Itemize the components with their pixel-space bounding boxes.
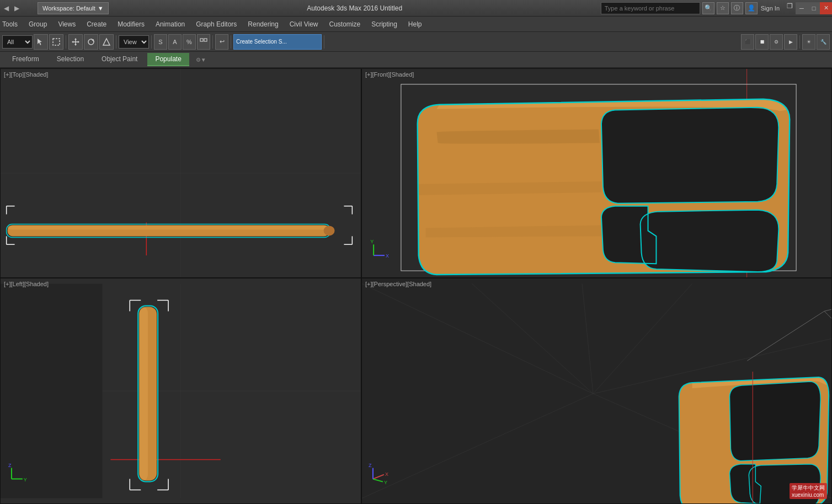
select-object-btn[interactable]	[34, 34, 48, 50]
viewport-front-label: [+][Front][Shaded]	[365, 71, 414, 78]
main-toolbar: All View S A % ↩ Create Selection S...	[0, 32, 832, 52]
ribbon-options-btn[interactable]: ⚙▼	[194, 52, 209, 67]
workspace-button[interactable]: Workspace: Default ▼	[38, 2, 109, 14]
spinner-snap-btn[interactable]	[197, 34, 210, 50]
svg-marker-6	[72, 41, 73, 43]
menu-customize[interactable]: Customize	[323, 17, 366, 32]
search-input[interactable]	[601, 2, 700, 14]
view-dropdown[interactable]: View	[119, 35, 149, 49]
tools-btn-2[interactable]: 🔧	[817, 34, 830, 50]
viewport-left[interactable]: [+][Left][Shaded]	[0, 278, 361, 504]
svg-text:Z: Z	[369, 463, 372, 468]
layer-btn[interactable]: ⬛	[741, 34, 754, 50]
viewport-top-canvas	[1, 69, 361, 277]
filter-dropdown[interactable]: All	[2, 35, 33, 49]
move-btn[interactable]	[68, 34, 83, 50]
viewport-left-label: [+][Left][Shaded]	[4, 281, 49, 287]
expand-btn[interactable]: ❐	[784, 2, 796, 14]
menu-help[interactable]: Help	[403, 17, 428, 32]
svg-marker-0	[38, 39, 42, 45]
ribbon-toolbar: Freeform Selection Object Paint Populate…	[0, 52, 832, 68]
nav-back-btn[interactable]: ◀	[2, 4, 10, 12]
ribbon-tab-selection[interactable]: Selection	[49, 53, 92, 66]
titlebar: ◀ ▶ Workspace: Default ▼ Autodesk 3ds Ma…	[0, 0, 832, 17]
toolbar-separator-4	[212, 35, 213, 49]
menu-tools[interactable]: Tools	[0, 17, 23, 32]
svg-marker-7	[78, 41, 79, 43]
render-btn[interactable]: ▶	[784, 34, 797, 50]
viewport-top-label: [+][Top][Shaded]	[4, 71, 48, 78]
select-region-btn[interactable]	[49, 34, 63, 50]
toolbar-separator-7	[799, 35, 800, 49]
ribbon-tab-populate[interactable]: Populate	[147, 53, 189, 66]
svg-text:X: X	[386, 253, 389, 259]
svg-point-19	[324, 226, 335, 235]
maximize-button[interactable]: □	[808, 2, 820, 14]
svg-rect-12	[204, 39, 207, 41]
menu-civil-view[interactable]: Civil View	[284, 17, 324, 32]
menubar: Tools Group Views Create Modifiers Anima…	[0, 17, 832, 32]
toolbar-separator-5	[231, 35, 231, 49]
workspace-label: Workspace: Default	[42, 5, 95, 12]
viewport-container: [+][Top][Shaded]	[0, 68, 832, 504]
nav-fwd-btn[interactable]: ▶	[13, 4, 21, 12]
search-area: 🔍 ☆ ⓘ 👤 Sign In	[601, 2, 780, 14]
svg-marker-5	[74, 44, 77, 46]
scale-btn[interactable]	[99, 34, 114, 50]
svg-marker-4	[74, 38, 77, 40]
named-selection-btn[interactable]: Create Selection S...	[233, 34, 322, 50]
sun-btn[interactable]: ☀	[802, 34, 815, 50]
toolbar-separator-2	[116, 35, 116, 49]
svg-text:X: X	[385, 471, 388, 477]
menu-group[interactable]: Group	[23, 17, 52, 32]
svg-rect-38	[1, 284, 102, 498]
percent-snap-btn[interactable]: %	[183, 34, 196, 50]
viewport-left-canvas: Y Z	[1, 278, 361, 503]
app-title: Autodesk 3ds Max 2016 Untitled	[109, 4, 601, 12]
close-button[interactable]: ✕	[820, 2, 832, 14]
svg-marker-10	[103, 39, 110, 45]
svg-rect-1	[53, 39, 60, 45]
viewport-perspective-canvas: X Y Z	[362, 278, 831, 503]
bookmark-button[interactable]: ☆	[717, 2, 729, 14]
menu-views[interactable]: Views	[52, 17, 81, 32]
svg-text:Y: Y	[24, 476, 27, 482]
watermark: 学犀牛中文网xuexiniu.com	[790, 483, 827, 499]
svg-rect-18	[8, 226, 329, 230]
sign-in-label[interactable]: Sign In	[761, 5, 780, 12]
viewport-perspective-label: [+][Perspective][Shaded]	[365, 281, 431, 287]
snap-toggle-btn[interactable]: S	[154, 34, 167, 50]
menu-modifiers[interactable]: Modifiers	[112, 17, 150, 32]
angle-snap-btn[interactable]: A	[168, 34, 182, 50]
menu-graph-editors[interactable]: Graph Editors	[190, 17, 242, 32]
search-button[interactable]: 🔍	[702, 2, 714, 14]
window-controls: ❐ ─ □ ✕	[784, 2, 832, 14]
menu-rendering[interactable]: Rendering	[242, 17, 284, 32]
viewport-front[interactable]: [+][Front][Shaded]	[361, 68, 832, 278]
svg-text:Z: Z	[8, 463, 12, 468]
toolbar-separator-1	[66, 35, 66, 49]
menu-scripting[interactable]: Scripting	[366, 17, 403, 32]
svg-rect-11	[200, 39, 203, 41]
menu-animation[interactable]: Animation	[150, 17, 190, 32]
menu-create[interactable]: Create	[81, 17, 112, 32]
workspace-dropdown-arrow: ▼	[98, 5, 104, 12]
svg-rect-42	[139, 307, 148, 480]
viewport-front-canvas: X Y	[362, 69, 831, 277]
info-button[interactable]: ⓘ	[731, 2, 743, 14]
minimize-button[interactable]: ─	[796, 2, 808, 14]
toolbar-separator-3	[151, 35, 152, 49]
svg-text:Y: Y	[384, 480, 387, 485]
svg-text:Y: Y	[370, 239, 374, 244]
render-setup-btn[interactable]: ⚙	[770, 34, 783, 50]
user-icon[interactable]: 👤	[745, 2, 758, 14]
ribbon-tab-freeform[interactable]: Freeform	[4, 53, 47, 66]
display-btn[interactable]: 🔲	[755, 34, 769, 50]
viewport-top[interactable]: [+][Top][Shaded]	[0, 68, 361, 278]
rotate-btn[interactable]	[84, 34, 98, 50]
toolbar-separator-6	[324, 35, 324, 49]
viewport-perspective[interactable]: [+][Perspective][Shaded]	[361, 278, 832, 504]
undo-btn[interactable]: ↩	[215, 34, 228, 50]
ribbon-tab-object-paint[interactable]: Object Paint	[94, 53, 145, 66]
